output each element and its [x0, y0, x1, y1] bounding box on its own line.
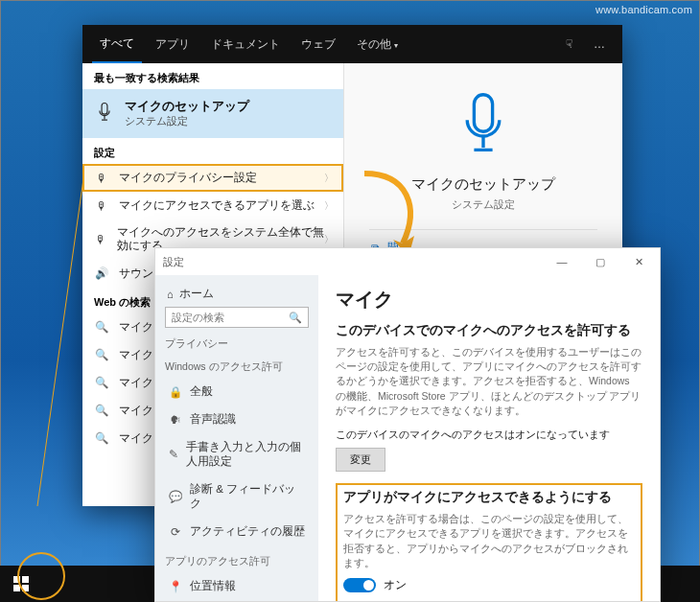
sidebar-group-privacy: プライバシー [165, 337, 309, 351]
overflow-icon[interactable]: … [586, 32, 613, 57]
sidebar-item-inking[interactable]: ✎手書き入力と入力の個人用設定 [165, 433, 309, 475]
section-best-match-label: 最も一致する検索結果 [82, 63, 343, 89]
annotation-line [36, 182, 84, 506]
feedback-icon: 💬 [169, 490, 182, 503]
search-icon: 🔍 [94, 376, 109, 389]
lock-icon: 🔒 [169, 385, 182, 399]
microphone-icon: 🎙 [94, 200, 109, 212]
search-icon: 🔍 [94, 348, 109, 361]
svg-rect-2 [13, 585, 20, 591]
svg-rect-1 [22, 576, 29, 583]
search-tabs: すべて アプリ ドキュメント ウェブ その他 ▾ ☟ … [82, 25, 622, 63]
sidebar-group-app-perms: アプリのアクセス許可 [165, 555, 309, 568]
settings-window: 設定 — ▢ ✕ ⌂ ホーム 設定の検索 🔍 プライバシー Windows のア… [154, 247, 661, 602]
sidebar-item-label: 診断 & フィードバック [190, 482, 305, 511]
search-icon: 🔍 [94, 431, 109, 445]
window-title: 設定 [157, 255, 184, 269]
device-access-desc: アクセスを許可すると、このデバイスを使用するユーザーはこのページの設定を使用して… [336, 345, 642, 418]
settings-item-mic-apps[interactable]: 🎙 マイクにアクセスできるアプリを選ぶ 〉 [82, 192, 343, 220]
microphone-icon [94, 102, 115, 126]
svg-rect-0 [13, 576, 20, 583]
settings-item-mic-privacy[interactable]: 🎙 マイクのプライバシー設定 〉 [82, 164, 343, 192]
best-match-item[interactable]: マイクのセットアップ システム設定 [82, 89, 343, 138]
sidebar-item-label: 音声認識 [190, 412, 236, 427]
heading-apps-access: アプリがマイクにアクセスできるようにする [343, 489, 635, 506]
home-icon: ⌂ [167, 289, 174, 300]
heading-device-access: このデバイスでのマイクへのアクセスを許可する [336, 322, 642, 339]
sidebar-item-label: アクティビティの履歴 [190, 524, 305, 539]
tab-web[interactable]: ウェブ [293, 27, 343, 62]
sidebar-item-diagnostics[interactable]: 💬診断 & フィードバック [165, 475, 309, 518]
location-icon: 📍 [169, 580, 182, 593]
sidebar-home-label: ホーム [179, 287, 214, 301]
search-icon: 🔍 [94, 404, 109, 417]
toggle-label: オン [384, 578, 407, 592]
right-pane-subtitle: システム設定 [452, 197, 515, 212]
tab-documents[interactable]: ドキュメント [203, 27, 288, 62]
window-titlebar: 設定 — ▢ ✕ [155, 248, 660, 275]
sidebar-item-activity[interactable]: ⟳アクティビティの履歴 [165, 518, 309, 545]
history-icon: ⟳ [169, 525, 182, 539]
best-match-subtitle: システム設定 [125, 115, 249, 128]
window-minimize[interactable]: — [543, 256, 581, 267]
pen-icon: ✎ [169, 448, 178, 461]
apps-access-desc: アクセスを許可する場合は、このページの設定を使用して、マイクにアクセスできるアプ… [343, 512, 635, 570]
feedback-icon[interactable]: ☟ [558, 32, 580, 57]
change-button[interactable]: 変更 [336, 448, 385, 472]
chevron-right-icon: 〉 [324, 233, 334, 246]
tab-all[interactable]: すべて [92, 26, 142, 63]
settings-item-label: マイクにアクセスできるアプリを選ぶ [119, 198, 315, 213]
device-access-status: このデバイスのマイクへのアクセスはオンになっています [336, 428, 642, 442]
search-icon: 🔍 [289, 312, 302, 324]
chevron-right-icon: 〉 [324, 199, 334, 213]
best-match-title: マイクのセットアップ [125, 99, 249, 115]
sound-icon: 🔊 [94, 266, 109, 280]
section-settings-label: 設定 [82, 138, 343, 164]
right-pane-title: マイクのセットアップ [411, 175, 555, 194]
sidebar-item-label: 全般 [190, 384, 213, 399]
microphone-icon [455, 90, 512, 162]
apps-access-toggle[interactable] [343, 578, 376, 592]
settings-sidebar: ⌂ ホーム 設定の検索 🔍 プライバシー Windows のアクセス許可 🔒全般… [155, 275, 318, 601]
page-title: マイク [336, 287, 642, 313]
chevron-right-icon: 〉 [324, 172, 334, 185]
settings-search-input[interactable]: 設定の検索 🔍 [165, 307, 309, 328]
microphone-icon: 🎙 [94, 173, 109, 184]
window-close[interactable]: ✕ [619, 256, 658, 268]
sidebar-item-speech[interactable]: 🗣音声認識 [165, 405, 309, 433]
settings-content: マイク このデバイスでのマイクへのアクセスを許可する アクセスを許可すると、この… [318, 275, 660, 601]
sidebar-item-label: 位置情報 [190, 579, 236, 593]
settings-item-label: マイクのプライバシー設定 [119, 171, 257, 185]
highlighted-apps-section: アプリがマイクにアクセスできるようにする アクセスを許可する場合は、このページの… [336, 483, 642, 601]
tab-apps[interactable]: アプリ [148, 27, 198, 62]
window-maximize[interactable]: ▢ [581, 256, 619, 268]
sidebar-item-location[interactable]: 📍位置情報 [165, 572, 309, 600]
settings-search-placeholder: 設定の検索 [172, 311, 224, 325]
sidebar-home[interactable]: ⌂ ホーム [165, 281, 309, 307]
sidebar-item-general[interactable]: 🔒全般 [165, 378, 309, 405]
start-button[interactable] [0, 566, 42, 602]
divider [369, 229, 597, 230]
sidebar-item-label: 手書き入力と入力の個人用設定 [186, 440, 305, 469]
microphone-icon: 🎙 [94, 234, 107, 245]
svg-rect-3 [22, 585, 29, 591]
sidebar-group-win-perms: Windows のアクセス許可 [165, 360, 309, 374]
tab-more[interactable]: その他 ▾ [349, 27, 406, 62]
speech-icon: 🗣 [169, 414, 182, 426]
watermark-text: www.bandicam.com [595, 4, 692, 15]
search-icon: 🔍 [94, 320, 109, 334]
